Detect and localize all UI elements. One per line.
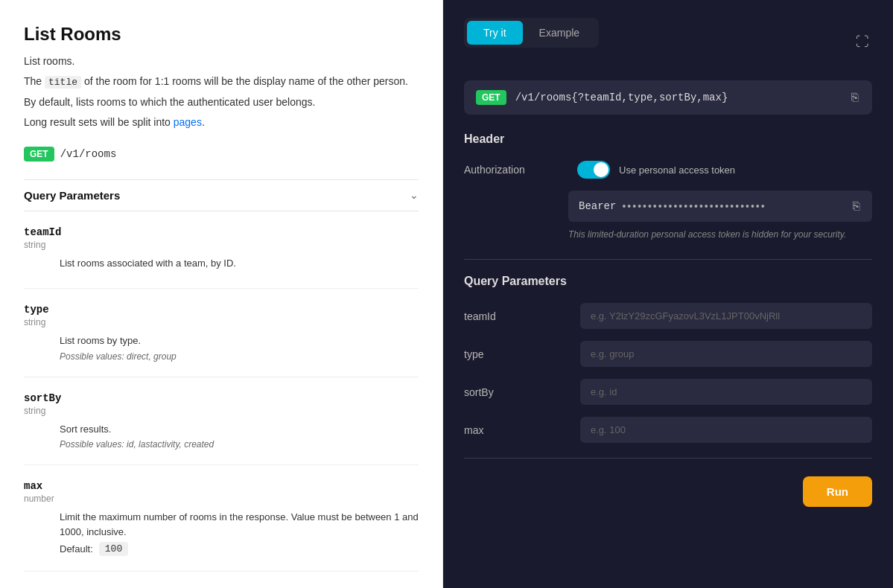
qp-label-type: type	[464, 348, 568, 360]
desc-list-rooms: List rooms.	[24, 54, 419, 69]
qp-input-teamId[interactable]	[580, 303, 872, 329]
qp-input-max[interactable]	[580, 417, 872, 443]
endpoint-bar: GET /v1/rooms{?teamId,type,sortBy,max} ⎘	[464, 80, 872, 115]
param-type: type string List rooms by type. Possible…	[24, 289, 419, 377]
desc-default-info: By default, lists rooms to which the aut…	[24, 95, 419, 110]
top-bar: Try it Example ⛶	[464, 18, 872, 65]
toggle-knob	[594, 162, 608, 177]
param-name-teamId: teamId	[24, 226, 419, 238]
qp-section-label: Query Parameters	[464, 275, 872, 288]
param-values-sortBy: Possible values: id, lastactivity, creat…	[24, 439, 419, 450]
param-max: max number Limit the maximum number of r…	[24, 465, 419, 572]
auth-label: Authorization	[464, 164, 568, 176]
section-title: Query Parameters	[24, 189, 120, 202]
desc-title-info: The title of the room for 1:1 rooms will…	[24, 74, 419, 90]
auth-row: Authorization Use personal access token	[464, 161, 872, 179]
tab-try-it[interactable]: Try it	[467, 21, 523, 45]
param-type-sortBy: string	[24, 406, 419, 416]
right-panel: Try it Example ⛶ GET /v1/rooms{?teamId,t…	[443, 0, 893, 588]
run-button[interactable]: Run	[803, 476, 872, 507]
param-teamId: teamId string List rooms associated with…	[24, 211, 419, 290]
divider	[464, 259, 872, 260]
bearer-token-dots: ••••••••••••••••••••••••••••	[622, 200, 845, 212]
param-desc-max: Limit the maximum number of rooms in the…	[24, 510, 419, 539]
endpoint-path-left: /v1/rooms	[60, 148, 117, 160]
desc-pages-info: Long result sets will be split into page…	[24, 115, 419, 130]
bearer-row: Bearer •••••••••••••••••••••••••••• ⎘	[568, 191, 872, 222]
divider-bottom	[464, 458, 872, 458]
param-name-sortBy: sortBy	[24, 392, 419, 404]
bearer-label: Bearer	[579, 200, 616, 212]
copy-token-button[interactable]: ⎘	[851, 198, 862, 214]
tab-example[interactable]: Example	[523, 21, 596, 45]
qp-row-type: type	[464, 341, 872, 367]
qp-row-max: max	[464, 417, 872, 443]
get-badge: GET	[476, 90, 506, 105]
pages-link[interactable]: pages	[174, 116, 202, 128]
param-desc-teamId: List rooms associated with a team, by ID…	[24, 256, 419, 271]
expand-button[interactable]: ⛶	[853, 31, 872, 53]
qp-row-sortBy: sortBy	[464, 379, 872, 405]
param-type-type: string	[24, 317, 419, 327]
auth-toggle-text: Use personal access token	[619, 164, 735, 176]
qp-row-teamId: teamId	[464, 303, 872, 329]
default-value-max: 100	[99, 542, 128, 556]
endpoint-badge: GET /v1/rooms	[24, 147, 116, 162]
qp-input-type[interactable]	[580, 341, 872, 367]
auth-toggle[interactable]	[577, 161, 610, 179]
copy-endpoint-button[interactable]: ⎘	[850, 89, 860, 106]
qp-label-max: max	[464, 424, 568, 436]
param-default-max: Default: 100	[24, 542, 419, 556]
param-sortBy: sortBy string Sort results. Possible val…	[24, 377, 419, 466]
param-values-type: Possible values: direct, group	[24, 351, 419, 362]
chevron-up-icon: ⌄	[410, 189, 419, 201]
qp-label-sortBy: sortBy	[464, 386, 568, 398]
left-panel: List Rooms List rooms. The title of the …	[0, 0, 443, 588]
param-desc-sortBy: Sort results.	[24, 422, 419, 437]
qp-input-sortBy[interactable]	[580, 379, 872, 405]
param-type-teamId: string	[24, 240, 419, 250]
tab-bar: Try it Example	[464, 18, 599, 48]
param-desc-type: List rooms by type.	[24, 333, 419, 348]
query-params-header[interactable]: Query Parameters ⌄	[24, 179, 419, 211]
param-type-max: number	[24, 493, 419, 504]
param-name-max: max	[24, 480, 419, 492]
page-title: List Rooms	[24, 24, 419, 45]
security-note: This limited-duration personal access to…	[568, 228, 872, 241]
param-name-type: type	[24, 304, 419, 316]
header-section-label: Header	[464, 132, 872, 146]
method-badge: GET	[24, 147, 54, 162]
endpoint-text: /v1/rooms{?teamId,type,sortBy,max}	[515, 92, 841, 103]
qp-label-teamId: teamId	[464, 310, 568, 322]
